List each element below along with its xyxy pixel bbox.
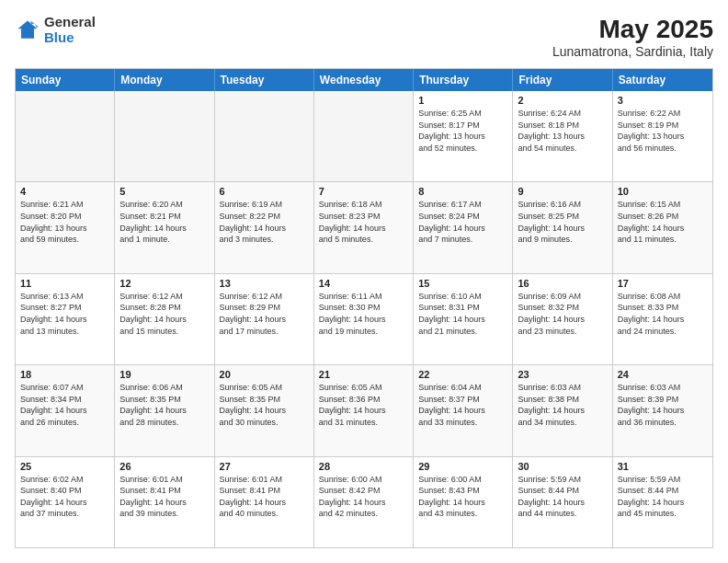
day-number: 4 (20, 186, 109, 197)
empty-cell (215, 91, 314, 181)
day-header-tuesday: Tuesday (215, 69, 314, 91)
day-info: Sunrise: 6:04 AM Sunset: 8:37 PM Dayligh… (418, 382, 507, 428)
header: General Blue May 2025 Lunamatrona, Sardi… (15, 15, 713, 59)
day-cell-17: 17Sunrise: 6:08 AM Sunset: 8:33 PM Dayli… (613, 274, 712, 364)
day-info: Sunrise: 6:12 AM Sunset: 8:28 PM Dayligh… (119, 291, 209, 337)
calendar-week-1: 1Sunrise: 6:25 AM Sunset: 8:17 PM Daylig… (16, 91, 712, 181)
day-number: 12 (119, 278, 209, 289)
day-cell-21: 21Sunrise: 6:05 AM Sunset: 8:36 PM Dayli… (314, 365, 414, 455)
logo-blue-text: Blue (44, 30, 96, 46)
logo-icon (15, 17, 40, 43)
day-cell-13: 13Sunrise: 6:12 AM Sunset: 8:29 PM Dayli… (215, 274, 314, 364)
day-number: 1 (418, 95, 507, 106)
day-number: 25 (20, 461, 109, 472)
day-cell-25: 25Sunrise: 6:02 AM Sunset: 8:40 PM Dayli… (16, 457, 115, 547)
day-cell-26: 26Sunrise: 6:01 AM Sunset: 8:41 PM Dayli… (115, 457, 214, 547)
day-number: 7 (319, 186, 408, 197)
day-cell-31: 31Sunrise: 5:59 AM Sunset: 8:44 PM Dayli… (613, 457, 712, 547)
day-number: 5 (119, 186, 209, 197)
day-info: Sunrise: 6:10 AM Sunset: 8:31 PM Dayligh… (418, 291, 507, 337)
day-number: 22 (418, 369, 507, 380)
day-header-friday: Friday (513, 69, 612, 91)
day-number: 10 (618, 186, 708, 197)
day-cell-30: 30Sunrise: 5:59 AM Sunset: 8:44 PM Dayli… (513, 457, 612, 547)
empty-cell (314, 91, 414, 181)
day-cell-5: 5Sunrise: 6:20 AM Sunset: 8:21 PM Daylig… (115, 182, 214, 272)
day-number: 2 (518, 95, 607, 106)
day-info: Sunrise: 6:19 AM Sunset: 8:22 PM Dayligh… (220, 199, 309, 245)
day-info: Sunrise: 6:05 AM Sunset: 8:36 PM Dayligh… (319, 382, 408, 428)
day-cell-10: 10Sunrise: 6:15 AM Sunset: 8:26 PM Dayli… (613, 182, 712, 272)
day-info: Sunrise: 6:00 AM Sunset: 8:42 PM Dayligh… (319, 474, 408, 520)
day-number: 24 (618, 369, 708, 380)
day-info: Sunrise: 6:21 AM Sunset: 8:20 PM Dayligh… (20, 199, 109, 245)
day-header-thursday: Thursday (414, 69, 513, 91)
day-number: 14 (319, 278, 408, 289)
day-info: Sunrise: 6:06 AM Sunset: 8:35 PM Dayligh… (119, 382, 209, 428)
calendar-header: SundayMondayTuesdayWednesdayThursdayFrid… (16, 69, 712, 91)
day-info: Sunrise: 6:16 AM Sunset: 8:25 PM Dayligh… (518, 199, 607, 245)
day-cell-6: 6Sunrise: 6:19 AM Sunset: 8:22 PM Daylig… (215, 182, 314, 272)
day-cell-24: 24Sunrise: 6:03 AM Sunset: 8:39 PM Dayli… (613, 365, 712, 455)
month-year: May 2025 (552, 15, 713, 44)
calendar-week-3: 11Sunrise: 6:13 AM Sunset: 8:27 PM Dayli… (16, 273, 712, 364)
day-info: Sunrise: 6:18 AM Sunset: 8:23 PM Dayligh… (319, 199, 408, 245)
day-cell-7: 7Sunrise: 6:18 AM Sunset: 8:23 PM Daylig… (314, 182, 414, 272)
day-info: Sunrise: 5:59 AM Sunset: 8:44 PM Dayligh… (518, 474, 607, 520)
day-number: 3 (618, 95, 708, 106)
calendar-body: 1Sunrise: 6:25 AM Sunset: 8:17 PM Daylig… (16, 91, 712, 547)
day-number: 27 (220, 461, 309, 472)
day-info: Sunrise: 6:20 AM Sunset: 8:21 PM Dayligh… (119, 199, 209, 245)
day-number: 29 (418, 461, 507, 472)
day-number: 20 (220, 369, 309, 380)
day-cell-18: 18Sunrise: 6:07 AM Sunset: 8:34 PM Dayli… (16, 365, 115, 455)
empty-cell (115, 91, 214, 181)
day-cell-16: 16Sunrise: 6:09 AM Sunset: 8:32 PM Dayli… (513, 274, 612, 364)
day-cell-2: 2Sunrise: 6:24 AM Sunset: 8:18 PM Daylig… (513, 91, 612, 181)
day-header-sunday: Sunday (16, 69, 115, 91)
day-number: 13 (220, 278, 309, 289)
calendar: SundayMondayTuesdayWednesdayThursdayFrid… (15, 68, 713, 548)
day-info: Sunrise: 6:01 AM Sunset: 8:41 PM Dayligh… (220, 474, 309, 520)
day-cell-1: 1Sunrise: 6:25 AM Sunset: 8:17 PM Daylig… (414, 91, 513, 181)
day-number: 23 (518, 369, 607, 380)
day-cell-8: 8Sunrise: 6:17 AM Sunset: 8:24 PM Daylig… (414, 182, 513, 272)
title-block: May 2025 Lunamatrona, Sardinia, Italy (552, 15, 713, 59)
location: Lunamatrona, Sardinia, Italy (552, 44, 713, 59)
day-number: 16 (518, 278, 607, 289)
day-number: 26 (119, 461, 209, 472)
svg-marker-0 (18, 20, 38, 38)
day-info: Sunrise: 6:01 AM Sunset: 8:41 PM Dayligh… (119, 474, 209, 520)
logo-text: General Blue (44, 15, 96, 45)
day-info: Sunrise: 6:05 AM Sunset: 8:35 PM Dayligh… (220, 382, 309, 428)
day-number: 30 (518, 461, 607, 472)
day-info: Sunrise: 6:17 AM Sunset: 8:24 PM Dayligh… (418, 199, 507, 245)
day-cell-9: 9Sunrise: 6:16 AM Sunset: 8:25 PM Daylig… (513, 182, 612, 272)
day-cell-23: 23Sunrise: 6:03 AM Sunset: 8:38 PM Dayli… (513, 365, 612, 455)
logo: General Blue (15, 15, 96, 45)
day-info: Sunrise: 6:03 AM Sunset: 8:39 PM Dayligh… (618, 382, 708, 428)
day-cell-12: 12Sunrise: 6:12 AM Sunset: 8:28 PM Dayli… (115, 274, 214, 364)
day-info: Sunrise: 6:11 AM Sunset: 8:30 PM Dayligh… (319, 291, 408, 337)
day-header-monday: Monday (115, 69, 214, 91)
day-info: Sunrise: 5:59 AM Sunset: 8:44 PM Dayligh… (618, 474, 708, 520)
calendar-week-2: 4Sunrise: 6:21 AM Sunset: 8:20 PM Daylig… (16, 181, 712, 272)
day-info: Sunrise: 6:25 AM Sunset: 8:17 PM Dayligh… (418, 108, 507, 154)
day-cell-11: 11Sunrise: 6:13 AM Sunset: 8:27 PM Dayli… (16, 274, 115, 364)
day-number: 9 (518, 186, 607, 197)
day-info: Sunrise: 6:00 AM Sunset: 8:43 PM Dayligh… (418, 474, 507, 520)
day-number: 11 (20, 278, 109, 289)
day-info: Sunrise: 6:13 AM Sunset: 8:27 PM Dayligh… (20, 291, 109, 337)
day-info: Sunrise: 6:02 AM Sunset: 8:40 PM Dayligh… (20, 474, 109, 520)
day-info: Sunrise: 6:03 AM Sunset: 8:38 PM Dayligh… (518, 382, 607, 428)
day-info: Sunrise: 6:24 AM Sunset: 8:18 PM Dayligh… (518, 108, 607, 154)
day-number: 28 (319, 461, 408, 472)
day-header-saturday: Saturday (613, 69, 712, 91)
day-info: Sunrise: 6:22 AM Sunset: 8:19 PM Dayligh… (618, 108, 708, 154)
day-cell-19: 19Sunrise: 6:06 AM Sunset: 8:35 PM Dayli… (115, 365, 214, 455)
day-number: 21 (319, 369, 408, 380)
empty-cell (16, 91, 115, 181)
day-number: 19 (119, 369, 209, 380)
day-cell-27: 27Sunrise: 6:01 AM Sunset: 8:41 PM Dayli… (215, 457, 314, 547)
day-cell-20: 20Sunrise: 6:05 AM Sunset: 8:35 PM Dayli… (215, 365, 314, 455)
